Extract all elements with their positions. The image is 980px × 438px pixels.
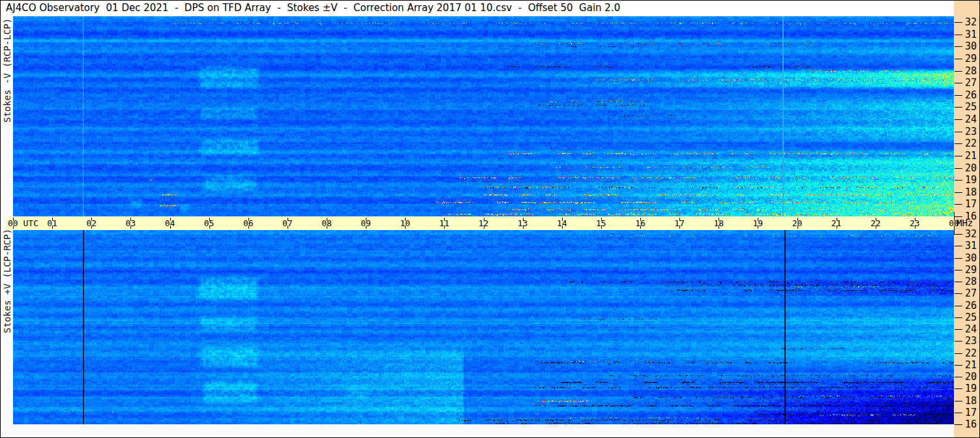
time-tick-label: 19 (753, 218, 764, 228)
frequency-tick-label: 22 (965, 347, 977, 359)
frequency-tick-label: 29 (965, 53, 977, 65)
time-tick-label: 03 (126, 218, 136, 228)
frequency-tick (955, 246, 962, 246)
frequency-tick (955, 377, 962, 377)
time-tick-label: 10 (400, 218, 410, 228)
frequency-tick-label: 19 (965, 383, 977, 394)
frequency-tick (955, 401, 962, 402)
time-axis: 00 UTC0102030405060708091011121314151617… (6, 216, 954, 230)
spectrogram-stokes-minus-v (13, 16, 954, 216)
frequency-tick (955, 119, 962, 120)
spectrogram-window: AJ4CO Observatory 01 Dec 2021 - DPS on T… (0, 0, 980, 438)
frequency-tick-label: 23 (965, 126, 977, 138)
frequency-tick (955, 35, 962, 35)
time-tick-label: 22 (870, 218, 881, 228)
time-tick-label: 06 (243, 218, 254, 228)
frequency-tick-label: 25 (965, 101, 977, 113)
frequency-tick (955, 22, 962, 23)
time-tick-label: 13 (518, 218, 528, 228)
frequency-tick (955, 388, 962, 389)
frequency-tick-label: 18 (965, 395, 977, 407)
time-tick-label: 11 (439, 218, 450, 228)
time-tick-label: 18 (713, 218, 724, 228)
time-tick-label: 15 (596, 218, 606, 228)
time-tick-label: 20 (792, 218, 803, 228)
frequency-tick (955, 317, 962, 318)
frequency-tick-label: 26 (965, 300, 977, 312)
scale-connector (954, 212, 955, 218)
time-tick-label: 09 (361, 218, 371, 228)
left-axis-label-stokes-minus-v: Stokes -V (RCP-LCP) (2, 111, 12, 123)
frequency-tick (955, 204, 962, 205)
frequency-tick (955, 234, 962, 235)
frequency-tick-label: 26 (965, 89, 977, 101)
frequency-tick (955, 216, 962, 217)
frequency-tick (955, 46, 962, 47)
time-tick-label: 02 (86, 218, 97, 228)
frequency-tick-label: 28 (965, 276, 977, 287)
frequency-tick-label: 22 (965, 138, 977, 149)
frequency-tick-label: 21 (965, 359, 977, 371)
frequency-tick (955, 306, 962, 306)
time-tick-label: 05 (204, 218, 215, 228)
frequency-tick (955, 329, 962, 330)
frequency-tick-label: 32 (965, 16, 977, 28)
frequency-tick-label: 20 (965, 162, 977, 174)
title-bar: AJ4CO Observatory 01 Dec 2021 - DPS on T… (1, 1, 959, 16)
frequency-tick (955, 107, 962, 108)
frequency-tick (955, 424, 962, 425)
frequency-tick (955, 341, 962, 342)
frequency-tick (955, 365, 962, 366)
frequency-tick (955, 59, 962, 59)
frequency-tick-label: 20 (965, 371, 977, 383)
time-tick-label: 07 (282, 218, 293, 228)
frequency-tick (955, 168, 962, 169)
frequency-tick-label: 25 (965, 312, 977, 323)
frequency-tick-label: 30 (965, 40, 977, 52)
frequency-tick (955, 156, 962, 156)
time-tick-label: 12 (479, 218, 489, 228)
time-tick-label: 00 UTC (8, 218, 38, 228)
frequency-tick-label: 16 (965, 418, 977, 430)
frequency-tick-label: 32 (965, 228, 977, 240)
time-tick-label: 23 (910, 218, 920, 228)
frequency-tick-label: 31 (965, 240, 977, 252)
time-tick-label: 01 (47, 218, 57, 228)
frequency-tick (955, 293, 962, 294)
time-tick-label: 16 (635, 218, 646, 228)
left-axis-label-stokes-plus-v: Stokes +V (LCP-RCP) (2, 321, 12, 333)
frequency-tick (955, 282, 962, 282)
frequency-tick-label: 24 (965, 113, 977, 125)
frequency-tick-label: 29 (965, 264, 977, 276)
frequency-tick-label: 21 (965, 150, 977, 162)
frequency-tick-label: 31 (965, 29, 977, 40)
frequency-tick-label: 16 (965, 211, 977, 222)
frequency-tick-label: 27 (965, 287, 977, 299)
frequency-tick-label: 17 (965, 407, 977, 418)
frequency-tick (955, 71, 962, 72)
frequency-tick (955, 143, 962, 144)
frequency-tick (955, 353, 962, 354)
time-tick-label: 04 (165, 218, 175, 228)
spectrogram-stokes-plus-v (13, 230, 954, 424)
frequency-tick (955, 132, 962, 132)
frequency-tick-label: 23 (965, 335, 977, 347)
scale-connector (954, 229, 955, 235)
time-tick-label: 17 (674, 218, 685, 228)
frequency-tick (955, 192, 962, 193)
frequency-tick (955, 83, 962, 83)
frequency-tick (955, 270, 962, 270)
time-tick-label: 08 (321, 218, 332, 228)
frequency-tick (955, 413, 962, 413)
frequency-tick-label: 24 (965, 323, 977, 335)
time-tick-label: 14 (557, 218, 567, 228)
frequency-tick (955, 95, 962, 96)
time-tick-label: 21 (831, 218, 842, 228)
frequency-tick-label: 28 (965, 65, 977, 77)
frequency-tick-label: 18 (965, 186, 977, 198)
frequency-tick (955, 180, 962, 181)
frequency-tick-label: 17 (965, 198, 977, 210)
frequency-tick (955, 258, 962, 259)
frequency-tick-label: 19 (965, 174, 977, 186)
frequency-tick-label: 27 (965, 77, 977, 89)
